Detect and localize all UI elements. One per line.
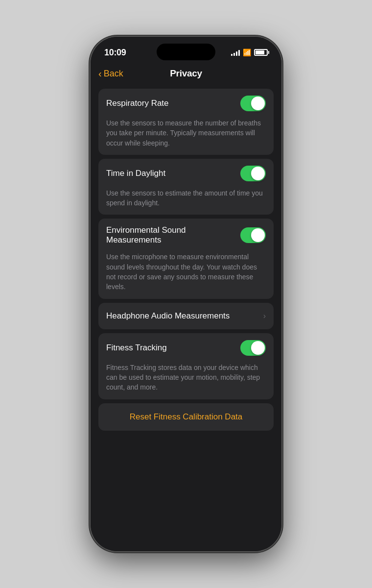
reset-fitness-card[interactable]: Reset Fitness Calibration Data	[98, 403, 274, 431]
fitness-tracking-toggle[interactable]	[240, 340, 266, 356]
environmental-sound-toggle-thumb	[251, 228, 265, 242]
headphone-audio-chevron-icon: ›	[263, 312, 266, 320]
fitness-tracking-toggle-thumb	[251, 341, 265, 355]
fitness-tracking-row: Fitness Tracking	[98, 333, 274, 363]
back-button[interactable]: ‹ Back	[98, 68, 123, 79]
time-in-daylight-label: Time in Daylight	[106, 169, 240, 178]
environmental-sound-toggle[interactable]	[240, 227, 266, 243]
environmental-sound-row: Environmental Sound Measurements	[98, 219, 274, 252]
respiratory-rate-toggle-thumb	[251, 97, 265, 110]
screen: 10:09 📶 ‹ Back Privacy	[91, 37, 281, 551]
respiratory-rate-row: Respiratory Rate	[98, 89, 274, 118]
respiratory-rate-card: Respiratory Rate Use the sensors to meas…	[98, 89, 274, 155]
environmental-sound-description: Use the microphone to measure environmen…	[98, 252, 274, 298]
page-title: Privacy	[170, 68, 202, 79]
respiratory-rate-label: Respiratory Rate	[106, 98, 240, 108]
headphone-audio-row[interactable]: Headphone Audio Measurements ›	[98, 303, 274, 329]
time-in-daylight-toggle-thumb	[251, 167, 265, 180]
time-in-daylight-toggle[interactable]	[240, 166, 266, 181]
environmental-sound-card: Environmental Sound Measurements Use the…	[98, 219, 274, 298]
reset-fitness-button[interactable]: Reset Fitness Calibration Data	[98, 403, 274, 431]
signal-bar-2	[233, 53, 235, 56]
nav-bar: ‹ Back Privacy	[91, 64, 281, 85]
back-chevron-icon: ‹	[98, 68, 102, 79]
wifi-icon: 📶	[243, 49, 251, 56]
fitness-tracking-label: Fitness Tracking	[106, 343, 240, 353]
respiratory-rate-toggle[interactable]	[240, 96, 266, 111]
headphone-audio-card[interactable]: Headphone Audio Measurements ›	[98, 303, 274, 329]
status-time: 10:09	[104, 48, 126, 58]
signal-bar-4	[238, 50, 240, 56]
respiratory-rate-description: Use the sensors to measure the number of…	[98, 118, 274, 155]
signal-bar-3	[236, 51, 237, 56]
fitness-tracking-description: Fitness Tracking stores data on your dev…	[98, 363, 274, 399]
battery-icon	[254, 49, 268, 56]
signal-bars-icon	[231, 49, 240, 56]
phone-frame: 10:09 📶 ‹ Back Privacy	[91, 37, 281, 551]
dynamic-island	[157, 44, 215, 60]
status-icons: 📶	[231, 49, 268, 56]
time-in-daylight-card: Time in Daylight Use the sensors to esti…	[98, 159, 274, 215]
environmental-sound-label: Environmental Sound Measurements	[106, 225, 240, 245]
reset-fitness-label: Reset Fitness Calibration Data	[130, 412, 243, 422]
back-label: Back	[104, 69, 123, 79]
fitness-tracking-card: Fitness Tracking Fitness Tracking stores…	[98, 333, 274, 399]
battery-fill	[256, 50, 264, 54]
scroll-content[interactable]: Respiratory Rate Use the sensors to meas…	[91, 85, 281, 551]
headphone-audio-label: Headphone Audio Measurements	[106, 311, 263, 321]
time-in-daylight-description: Use the sensors to estimate the amount o…	[98, 188, 274, 215]
time-in-daylight-row: Time in Daylight	[98, 159, 274, 188]
signal-bar-1	[231, 54, 232, 56]
